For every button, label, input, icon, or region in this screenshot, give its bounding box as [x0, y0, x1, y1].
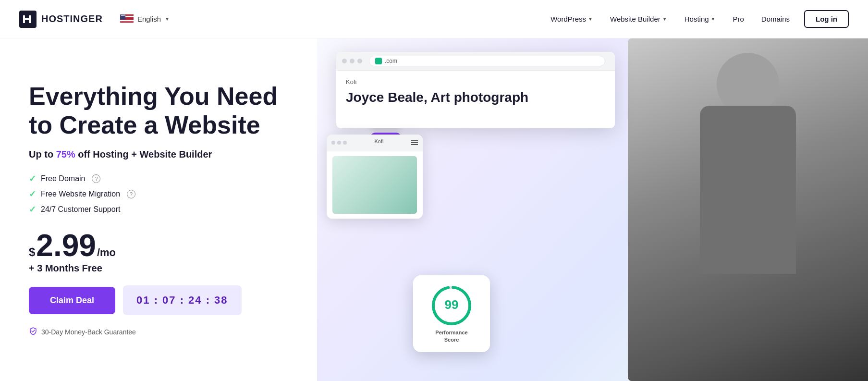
nav-item-website-builder[interactable]: Website Builder ▼ — [603, 11, 674, 27]
address-text: .com — [385, 58, 397, 64]
mobile-mockup: Kofi — [327, 135, 423, 219]
navbar-left: HOSTINGER — [19, 11, 170, 28]
mobile-content — [327, 151, 423, 219]
svg-point-12 — [123, 14, 124, 15]
wordpress-chevron-icon: ▼ — [588, 16, 593, 22]
navbar: HOSTINGER — [0, 0, 868, 38]
help-icon-domain[interactable]: ? — [92, 174, 100, 183]
mobile-bar: Kofi — [327, 135, 423, 151]
feature-migration-text: Free Website Migration — [41, 190, 120, 198]
svg-point-19 — [125, 15, 125, 15]
subtitle-highlight: 75% — [56, 149, 75, 160]
hero-section: Everything You Need to Create a Website … — [0, 38, 868, 381]
feature-item-domain: ✓ Free Domain ? — [29, 173, 298, 184]
price-main: $ 2.99 /mo — [29, 230, 298, 261]
price-bonus: + 3 Months Free — [29, 263, 298, 274]
subtitle-prefix: Up to — [29, 149, 56, 160]
browser-address-bar: .com — [369, 56, 605, 66]
svg-point-13 — [124, 14, 125, 15]
claim-deal-button[interactable]: Claim Deal — [29, 287, 115, 314]
hero-title: Everything You Need to Create a Website — [29, 82, 298, 140]
browser-dot-1 — [342, 59, 347, 63]
check-icon-migration: ✓ — [29, 189, 36, 199]
lang-chevron-icon: ▼ — [165, 16, 170, 22]
nav-item-hosting[interactable]: Hosting ▼ — [678, 11, 722, 27]
nav-wordpress-label: WordPress — [550, 15, 586, 23]
countdown-timer: 01 : 07 : 24 : 38 — [123, 285, 242, 315]
nav-domains-label: Domains — [761, 15, 790, 23]
price-dollar-sign: $ — [29, 246, 35, 259]
features-list: ✓ Free Domain ? ✓ Free Website Migration… — [29, 173, 298, 215]
svg-point-18 — [124, 15, 124, 15]
svg-rect-4 — [120, 20, 134, 21]
price-block: $ 2.99 /mo + 3 Months Free — [29, 230, 298, 274]
hamburger-icon — [411, 140, 418, 145]
svg-point-15 — [122, 15, 122, 15]
website-builder-chevron-icon: ▼ — [662, 16, 667, 22]
nav-item-pro[interactable]: Pro — [726, 11, 750, 27]
svg-point-17 — [123, 15, 124, 15]
person-image — [628, 38, 868, 381]
help-icon-migration[interactable]: ? — [127, 190, 135, 198]
performance-badge: 99 Performance Score — [413, 275, 490, 352]
mobile-dot-2 — [337, 141, 341, 145]
svg-point-16 — [122, 15, 123, 15]
svg-rect-6 — [120, 23, 134, 24]
language-label: English — [137, 15, 161, 23]
browser-bar: .com — [336, 52, 615, 71]
svg-text:99: 99 — [445, 297, 459, 312]
logo-link[interactable]: HOSTINGER — [19, 11, 103, 28]
hero-visual: .com Kofi Joyce Beale, Art photograph Ko… — [317, 38, 868, 381]
performance-circle: 99 — [430, 284, 473, 327]
hero-subtitle: Up to 75% off Hosting + Website Builder — [29, 149, 298, 160]
nav-website-builder-label: Website Builder — [610, 15, 660, 23]
browser-dot-2 — [350, 59, 355, 63]
performance-label: Performance Score — [435, 329, 467, 344]
browser-site-name: Kofi — [346, 78, 605, 86]
mobile-photo-inner — [332, 156, 417, 214]
flag-icon — [120, 14, 134, 24]
mobile-photo-area — [332, 156, 417, 214]
lock-icon — [375, 58, 382, 64]
feature-domain-text: Free Domain — [41, 174, 85, 183]
mobile-dots — [331, 141, 347, 145]
nav-hosting-label: Hosting — [685, 15, 709, 23]
svg-point-9 — [122, 14, 122, 15]
svg-point-14 — [121, 15, 122, 15]
price-per-month: /mo — [97, 246, 116, 259]
nav-item-wordpress[interactable]: WordPress ▼ — [544, 11, 599, 27]
shield-icon — [29, 327, 37, 337]
hero-content: Everything You Need to Create a Website … — [0, 38, 317, 381]
money-back-guarantee: 30-Day Money-Back Guarantee — [29, 327, 298, 337]
hosting-chevron-icon: ▼ — [711, 16, 716, 22]
svg-point-11 — [123, 14, 123, 15]
login-button[interactable]: Log in — [804, 10, 849, 28]
feature-item-support: ✓ 24/7 Customer Support — [29, 204, 298, 215]
check-icon-domain: ✓ — [29, 173, 36, 184]
svg-point-10 — [122, 14, 122, 15]
mobile-dot-1 — [331, 141, 335, 145]
cta-row: Claim Deal 01 : 07 : 24 : 38 — [29, 285, 298, 315]
browser-site-title: Joyce Beale, Art photograph — [346, 89, 605, 106]
hostinger-logo-icon — [19, 11, 37, 28]
logo-text: HOSTINGER — [41, 13, 103, 25]
price-amount: 2.99 — [36, 230, 96, 261]
money-back-text: 30-Day Money-Back Guarantee — [41, 328, 136, 336]
mobile-site-name: Kofi — [375, 138, 384, 144]
browser-mockup: .com Kofi Joyce Beale, Art photograph — [336, 52, 615, 128]
nav-pro-label: Pro — [733, 15, 744, 23]
language-selector[interactable]: English ▼ — [120, 14, 170, 24]
nav-item-domains[interactable]: Domains — [755, 11, 796, 27]
browser-content: Kofi Joyce Beale, Art photograph — [336, 71, 615, 128]
browser-dot-3 — [357, 59, 362, 63]
subtitle-suffix: off Hosting + Website Builder — [75, 149, 212, 160]
check-icon-support: ✓ — [29, 204, 36, 215]
mobile-dot-3 — [343, 141, 347, 145]
feature-item-migration: ✓ Free Website Migration ? — [29, 189, 298, 199]
svg-point-8 — [121, 14, 121, 15]
feature-support-text: 24/7 Customer Support — [41, 205, 120, 214]
navbar-nav: WordPress ▼ Website Builder ▼ Hosting ▼ … — [544, 10, 849, 28]
